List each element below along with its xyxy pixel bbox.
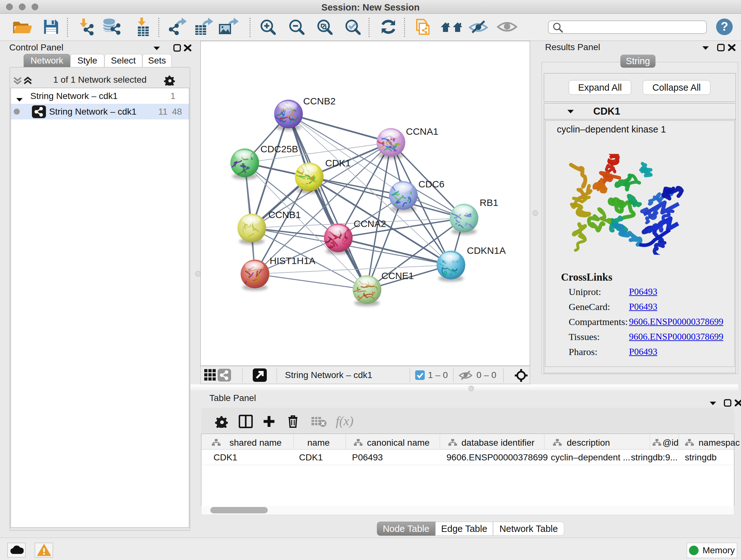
svg-text:HIST1H1A: HIST1H1A <box>270 255 315 266</box>
svg-text:CCNA1: CCNA1 <box>406 126 439 137</box>
svg-text:CCNB2: CCNB2 <box>303 96 336 106</box>
svg-text:?: ? <box>721 20 728 33</box>
svg-text:RB1: RB1 <box>480 197 498 208</box>
svg-text:CDC25B: CDC25B <box>260 144 298 154</box>
svg-text:CDK1: CDK1 <box>325 158 351 168</box>
svg-text:CCNE1: CCNE1 <box>381 270 414 281</box>
svg-text:CDKN1A: CDKN1A <box>467 245 506 256</box>
svg-text:CCNB1: CCNB1 <box>268 209 301 220</box>
svg-text:CCNA2: CCNA2 <box>354 219 386 229</box>
svg-text:CDC6: CDC6 <box>418 179 445 189</box>
